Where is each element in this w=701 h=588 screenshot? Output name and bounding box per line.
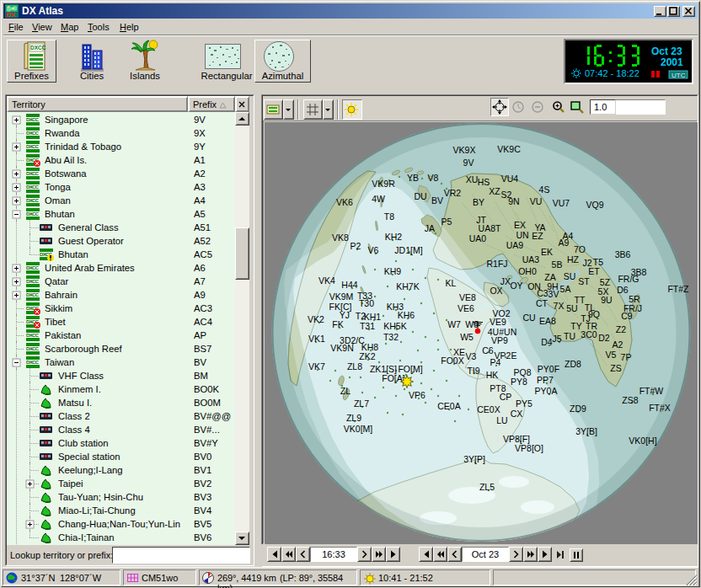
svg-text:PP7: PP7 [537,375,554,385]
svg-text:7X: 7X [554,301,565,311]
svg-text:DXCC: DXCC [26,279,40,284]
svg-text:Bahrain: Bahrain [45,290,78,300]
svg-text:VU7: VU7 [553,198,570,208]
svg-text:Club station: Club station [58,438,109,448]
svg-text:9X: 9X [194,128,206,138]
svg-text:VK4: VK4 [318,275,335,286]
svg-text:Taipei: Taipei [58,478,83,489]
svg-text:VK9M: VK9M [329,291,354,302]
svg-text:VE8: VE8 [459,292,476,302]
svg-text:HS: HS [478,177,490,187]
svg-text:VK2: VK2 [308,314,324,324]
svg-text:VP6: VP6 [409,390,425,400]
svg-text:EA8: EA8 [539,316,556,326]
svg-text:5A: 5A [560,284,571,294]
svg-text:PY5: PY5 [516,398,532,409]
svg-text:BV2: BV2 [194,478,211,489]
svg-text:ST: ST [578,276,590,286]
svg-text:SU: SU [564,271,576,281]
svg-text:VE6: VE6 [458,303,474,313]
svg-text:3Y[B]: 3Y[B] [575,426,597,436]
svg-text:T31: T31 [360,321,375,331]
svg-text:BO0M: BO0M [194,398,221,408]
svg-text:A2: A2 [194,168,206,179]
svg-text:EK: EK [541,247,553,257]
svg-text:DXCC: DXCC [26,346,40,351]
svg-text:TU: TU [564,331,575,341]
svg-text:ZL7: ZL7 [354,398,369,409]
svg-text:J5: J5 [552,334,561,344]
svg-text:BV#Y: BV#Y [194,438,218,448]
svg-text:HZ: HZ [567,254,580,265]
svg-text:EX: EX [514,220,526,230]
svg-text:T30: T30 [359,298,374,308]
svg-text:FT#W: FT#W [639,386,664,396]
svg-text:XZ: XZ [489,186,500,196]
svg-text:BV#...: BV#... [194,425,220,435]
svg-text:A9: A9 [194,290,206,300]
svg-text:9Y: 9Y [194,142,206,152]
svg-text:UTC: UTC [672,72,686,79]
svg-text:ZL9: ZL9 [346,413,361,423]
svg-text:Oman: Oman [45,195,71,206]
svg-text:V6: V6 [368,245,379,255]
svg-text:P2: P2 [350,241,361,251]
svg-text:CT: CT [536,298,548,308]
svg-text:A52: A52 [194,236,211,246]
svg-text:KH2: KH2 [385,232,403,242]
svg-text:VQ9: VQ9 [586,200,603,210]
svg-text:BO0K: BO0K [194,384,220,394]
svg-text:9N: 9N [508,196,519,206]
svg-text:PY0A: PY0A [535,386,558,396]
svg-text:Kinmem I.: Kinmem I. [58,384,101,394]
svg-text:D4: D4 [541,337,553,347]
svg-text:VP9: VP9 [491,335,508,345]
svg-text:Class 2: Class 2 [58,411,90,421]
svg-text:DXCC: DXCC [26,265,40,270]
svg-text:EZ: EZ [532,231,543,241]
svg-text:A1: A1 [194,155,206,165]
svg-text:AC4: AC4 [194,317,212,327]
svg-text:H44: H44 [341,280,357,290]
svg-text:ZK2: ZK2 [359,351,375,361]
svg-text:DXCC: DXCC [26,333,40,338]
svg-text:A7: A7 [194,276,206,286]
svg-text:BV3: BV3 [194,492,211,502]
svg-text:JD1[M]: JD1[M] [394,245,422,255]
svg-text:5U: 5U [566,303,577,313]
svg-text:BV4: BV4 [194,505,211,516]
svg-text:Sikkim: Sikkim [45,303,72,313]
svg-text:C6: C6 [482,345,494,355]
svg-text:7O: 7O [574,244,586,254]
svg-text:BY: BY [473,197,484,207]
svg-text:UA3: UA3 [522,254,540,265]
svg-text:Class 4: Class 4 [58,425,90,435]
svg-text:FT#X: FT#X [649,403,671,413]
svg-text:DXCC: DXCC [26,360,40,365]
svg-text:D2: D2 [598,333,610,343]
svg-text:DU: DU [414,191,426,201]
svg-text:Tibet: Tibet [45,317,67,327]
svg-text:9U: 9U [601,295,612,305]
svg-text:V5: V5 [606,350,617,360]
svg-text:JA: JA [425,223,435,233]
svg-text:VK9X: VK9X [453,145,476,155]
svg-text:BV5: BV5 [194,519,211,529]
svg-text:Miao-Li;Tai-Chung: Miao-Li;Tai-Chung [58,505,136,516]
svg-text:XU: XU [466,174,479,184]
svg-text:A3: A3 [194,182,206,192]
svg-text:VE9: VE9 [490,317,506,327]
svg-text:Taiwan: Taiwan [45,357,74,367]
svg-text:OX: OX [490,286,502,296]
svg-text:VK1: VK1 [308,334,325,344]
svg-text:FK: FK [332,319,343,329]
svg-text:BV: BV [431,195,443,206]
svg-text:W5: W5 [460,332,474,342]
svg-text:UA0: UA0 [469,233,487,243]
svg-text:VK0[H]: VK0[H] [629,436,656,446]
svg-text:Rwanda: Rwanda [45,128,80,138]
svg-text:PY8: PY8 [511,377,527,387]
svg-text:R1FJ: R1FJ [486,259,507,269]
svg-text:ZS: ZS [610,363,621,373]
svg-text:BV: BV [194,357,207,367]
